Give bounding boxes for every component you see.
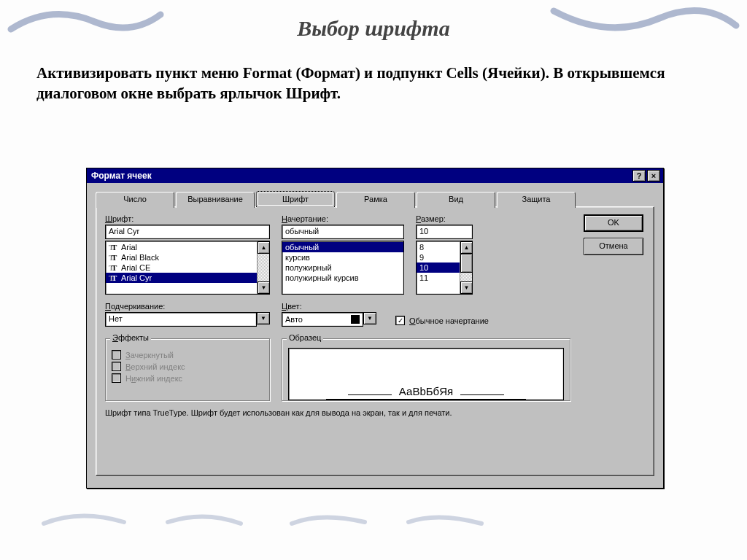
dialog-title: Формат ячеек bbox=[91, 171, 152, 181]
tab-protection[interactable]: Защита bbox=[497, 192, 576, 208]
list-item[interactable]: 10 bbox=[417, 262, 460, 273]
scroll-thumb[interactable] bbox=[460, 254, 473, 273]
list-item[interactable]: 8 bbox=[417, 242, 460, 252]
close-button[interactable]: × bbox=[647, 170, 660, 182]
list-item[interactable]: Arial CE bbox=[106, 262, 257, 273]
list-item[interactable]: полужирный bbox=[282, 262, 403, 273]
list-item[interactable]: 9 bbox=[417, 252, 460, 262]
scrollbar[interactable]: ▲ ▼ bbox=[257, 241, 269, 294]
checkbox-icon bbox=[112, 350, 121, 359]
subscript-checkbox[interactable]: Нижний индекс bbox=[112, 373, 263, 383]
decor-bottom bbox=[0, 502, 747, 531]
format-cells-dialog: Формат ячеек ? × Число Выравнивание Шриф… bbox=[86, 168, 664, 489]
color-swatch-icon bbox=[351, 315, 360, 324]
slide-body: Активизировать пункт меню Format (Формат… bbox=[36, 63, 711, 104]
list-item[interactable]: полужирный курсив bbox=[282, 273, 403, 283]
truetype-icon bbox=[109, 253, 119, 262]
scroll-down-icon[interactable]: ▼ bbox=[258, 281, 270, 294]
scroll-down-icon[interactable]: ▼ bbox=[460, 281, 473, 294]
preview-sample: АаВbБбЯя bbox=[399, 385, 453, 397]
tabstrip: Число Выравнивание Шрифт Рамка Вид Защит… bbox=[96, 190, 654, 206]
tab-panel: OK Отмена Шрифт: Arial Cyr Arial Arial B… bbox=[96, 206, 654, 476]
truetype-icon bbox=[109, 263, 119, 272]
superscript-checkbox[interactable]: Верхний индекс bbox=[112, 362, 263, 371]
normal-font-checkbox[interactable]: ✓ Обычное начертание bbox=[395, 316, 489, 325]
size-list[interactable]: 8 9 10 11 ▲ ▼ bbox=[416, 241, 473, 295]
style-input[interactable]: обычный bbox=[282, 225, 404, 239]
chevron-down-icon[interactable]: ▼ bbox=[363, 312, 376, 324]
tab-patterns[interactable]: Вид bbox=[417, 192, 495, 208]
size-label: Размер: bbox=[416, 214, 473, 223]
style-label: Начертание: bbox=[282, 214, 404, 223]
truetype-icon bbox=[109, 243, 119, 252]
style-list[interactable]: обычный курсив полужирный полужирный кур… bbox=[282, 241, 404, 295]
preview-group: Образец АаВbБбЯя bbox=[282, 338, 570, 401]
tab-border[interactable]: Рамка bbox=[336, 192, 415, 208]
checkbox-icon bbox=[112, 373, 121, 383]
truetype-hint: Шрифт типа TrueType. Шрифт будет использ… bbox=[105, 408, 645, 417]
list-item[interactable]: Arial Black bbox=[106, 252, 257, 262]
tab-number[interactable]: Число bbox=[96, 192, 174, 208]
list-item[interactable]: обычный bbox=[282, 242, 403, 252]
list-item[interactable]: Arial Cyr bbox=[106, 273, 257, 283]
strike-checkbox[interactable]: Зачеркнутый bbox=[112, 350, 263, 359]
checkbox-icon bbox=[112, 362, 121, 371]
list-item[interactable]: Arial bbox=[106, 242, 257, 252]
help-button[interactable]: ? bbox=[632, 170, 646, 182]
size-input[interactable]: 10 bbox=[416, 225, 473, 239]
tab-font[interactable]: Шрифт bbox=[256, 191, 335, 207]
scroll-up-icon[interactable]: ▲ bbox=[460, 241, 473, 254]
preview-box: АаВbБбЯя bbox=[288, 348, 564, 400]
underline-combo[interactable]: Нет ▼ bbox=[105, 312, 270, 327]
effects-group: Эффекты Зачеркнутый Верхний индекс Нижни… bbox=[105, 338, 270, 401]
chevron-down-icon[interactable]: ▼ bbox=[257, 312, 270, 324]
slide-title: Выбор шрифта bbox=[0, 16, 747, 41]
color-label: Цвет: bbox=[282, 302, 376, 311]
tab-alignment[interactable]: Выравнивание bbox=[176, 192, 255, 208]
font-label: Шрифт: bbox=[105, 214, 270, 223]
list-item[interactable]: 11 bbox=[417, 273, 460, 283]
truetype-icon bbox=[109, 273, 119, 282]
font-list[interactable]: Arial Arial Black Arial CE Arial Cyr ▲ ▼ bbox=[105, 241, 270, 295]
color-combo[interactable]: Авто ▼ bbox=[282, 312, 376, 327]
font-input[interactable]: Arial Cyr bbox=[105, 225, 270, 239]
scroll-up-icon[interactable]: ▲ bbox=[258, 241, 270, 254]
cancel-button[interactable]: Отмена bbox=[584, 238, 643, 255]
scrollbar[interactable]: ▲ ▼ bbox=[460, 241, 472, 294]
ok-button[interactable]: OK bbox=[584, 214, 643, 232]
underline-label: Подчеркивание: bbox=[105, 302, 270, 311]
checkbox-icon: ✓ bbox=[395, 316, 405, 325]
titlebar[interactable]: Формат ячеек ? × bbox=[87, 168, 663, 183]
list-item[interactable]: курсив bbox=[282, 252, 403, 262]
